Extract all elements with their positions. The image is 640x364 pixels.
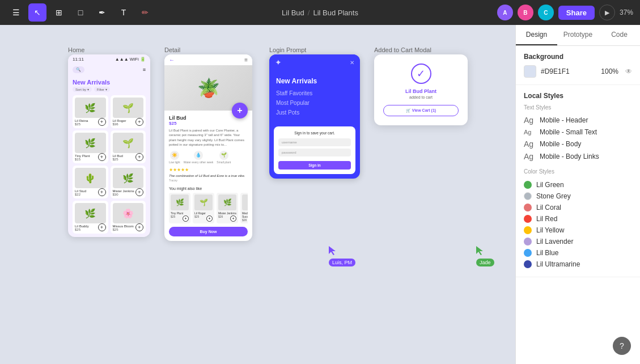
share-button[interactable]: Share xyxy=(558,6,595,20)
upsell-item[interactable]: 🌱 Lil Roger $25 + xyxy=(193,193,214,223)
back-icon[interactable]: ← xyxy=(169,57,175,63)
buy-now-button[interactable]: Buy Now xyxy=(169,227,248,236)
frame-tool[interactable]: ⊞ xyxy=(50,3,68,22)
breadcrumb-filename: Lil Bud xyxy=(282,9,304,17)
canvas[interactable]: Home 11:11 ▲▲▲ WiFi 🔋 🔍 ≡ New Arrivals S… xyxy=(0,25,515,364)
filter-chip[interactable]: Filter ▾ xyxy=(94,87,110,92)
color-lil-blue[interactable]: Lil Blue xyxy=(524,247,632,259)
plant-item[interactable]: 🌱 Lil Roger $36 + xyxy=(111,95,146,128)
upsell-add-btn[interactable]: + xyxy=(206,215,213,222)
detail-plant-price: $25 xyxy=(169,121,248,126)
tab-design[interactable]: Design xyxy=(516,25,557,45)
tab-code[interactable]: Code xyxy=(599,25,640,45)
text-styles-subtitle: Text Styles xyxy=(524,104,632,111)
bg-opacity[interactable]: 100% xyxy=(601,67,618,75)
tab-prototype[interactable]: Prototype xyxy=(557,25,599,45)
plant-item[interactable]: 🌸 Missus Bloom $25 + xyxy=(111,201,146,234)
upsell-item[interactable]: 🌵 Medium Succulent $26 + xyxy=(240,193,248,223)
username-field[interactable]: username xyxy=(278,138,351,146)
bg-color-hex[interactable]: #D9E1F1 xyxy=(541,67,570,75)
text-style-mobile-body[interactable]: Ag Mobile - Body xyxy=(524,138,632,150)
add-to-cart-btn[interactable]: + xyxy=(98,118,106,126)
text-style-mobile-header[interactable]: Ag Mobile - Header xyxy=(524,114,632,126)
add-to-cart-btn[interactable]: + xyxy=(135,153,143,161)
care-size: 🌱 Small plant xyxy=(217,151,231,164)
home-frame-label: Home xyxy=(68,46,84,53)
eye-icon[interactable]: 👁 xyxy=(625,67,632,75)
toolbar-right: A B C Share ▶ 37% xyxy=(497,5,633,20)
upsell-img: 🌿 xyxy=(171,194,189,210)
help-button[interactable]: ? xyxy=(613,337,631,355)
select-tool[interactable]: ↖ xyxy=(28,3,46,22)
color-stone-grey[interactable]: Stone Grey xyxy=(524,191,632,202)
detail-menu-icon[interactable]: ≡ xyxy=(244,57,248,63)
color-lil-red[interactable]: Lil Red xyxy=(524,213,632,225)
upsell-add-btn[interactable]: + xyxy=(183,215,189,222)
add-to-cart-btn[interactable]: + xyxy=(135,223,143,231)
login-menu-pots[interactable]: Just Pots xyxy=(276,108,353,117)
lil-lavender-label: Lil Lavender xyxy=(536,238,573,246)
lil-ultramarine-label: Lil Ultramarine xyxy=(536,260,580,268)
login-title: New Arrivals xyxy=(276,77,353,86)
plant-item[interactable]: 🌱 Lil Bud $25 + xyxy=(111,130,146,163)
style-name-header: Mobile - Header xyxy=(540,116,588,124)
plant-grid: 🌿 Lil Reina $25 + 🌱 Lil Roger $36 + 🌿 Ti… xyxy=(73,95,146,234)
breadcrumb-project[interactable]: Lil Bud Plants xyxy=(313,9,358,17)
add-to-cart-btn[interactable]: + xyxy=(135,188,143,196)
style-name-body-links: Mobile - Body Links xyxy=(540,153,599,160)
zoom-level[interactable]: 37% xyxy=(620,9,633,16)
plant-item[interactable]: 🌿 Lil Reina $25 + xyxy=(73,95,108,128)
pen-tool[interactable]: ✒ xyxy=(93,3,111,22)
color-lil-yellow[interactable]: Lil Yellow xyxy=(524,225,632,236)
color-lil-ultramarine[interactable]: Lil Ultramarine xyxy=(524,259,632,270)
sort-chip[interactable]: Sort by ▾ xyxy=(73,87,92,92)
ag-icon-body-links: Ag xyxy=(524,152,535,161)
text-style-mobile-small[interactable]: Ag Mobile - Small Text xyxy=(524,126,632,138)
color-lil-coral[interactable]: Lil Coral xyxy=(524,202,632,213)
text-tool[interactable]: T xyxy=(115,3,133,22)
text-style-mobile-body-links[interactable]: Ag Mobile - Body Links xyxy=(524,150,632,163)
home-menu-icon[interactable]: ≡ xyxy=(143,67,146,73)
password-field[interactable]: password xyxy=(278,149,351,156)
add-to-cart-btn[interactable]: + xyxy=(98,153,106,161)
shape-tool[interactable]: □ xyxy=(71,3,90,22)
star-rating: ★★★★★ xyxy=(169,167,248,172)
color-lil-green[interactable]: Lil Green xyxy=(524,179,632,191)
signin-button[interactable]: Sign in xyxy=(278,161,351,170)
plant-img: 🌸 xyxy=(113,203,144,223)
view-cart-button[interactable]: 🛒 View Cart (1) xyxy=(383,105,459,116)
upsell-item[interactable]: 🌿 Tiny Plant $25 + xyxy=(169,193,190,223)
bg-color-swatch[interactable] xyxy=(524,65,536,78)
pencil-tool[interactable]: ✏ xyxy=(136,3,154,22)
color-lil-lavender[interactable]: Lil Lavender xyxy=(524,236,632,247)
home-status-bar: 11:11 ▲▲▲ WiFi 🔋 xyxy=(68,54,150,64)
home-search[interactable]: 🔍 xyxy=(73,66,84,73)
plant-img: 🌱 xyxy=(113,98,144,118)
fab-add-button[interactable]: + xyxy=(232,103,248,118)
background-section: Background #D9E1F1 100% 👁 xyxy=(516,46,640,85)
avatar-1: A xyxy=(497,5,513,20)
ag-icon-body: Ag xyxy=(524,139,535,149)
add-to-cart-btn[interactable]: + xyxy=(98,223,106,231)
plant-item[interactable]: 🌿 Mister Jenkins $30 + xyxy=(111,166,146,198)
cursor-label-luis: Luis, PM xyxy=(329,259,355,266)
lil-coral-swatch xyxy=(524,204,532,211)
plant-img: 🌿 xyxy=(113,168,144,188)
play-button[interactable]: ▶ xyxy=(599,5,615,20)
upsell-add-btn[interactable]: + xyxy=(230,215,236,222)
login-sign-in-prompt: Sign in to save your cart. xyxy=(278,131,351,135)
upsell-item[interactable]: 🌿 Mister Jenkins $26 + xyxy=(217,193,238,223)
add-to-cart-btn[interactable]: + xyxy=(135,118,143,126)
menu-icon[interactable]: ☰ xyxy=(7,3,25,22)
add-to-cart-btn[interactable]: + xyxy=(98,188,106,196)
ag-icon-small: Ag xyxy=(524,129,535,136)
login-menu-popular[interactable]: Most Popular xyxy=(276,98,353,108)
plant-item[interactable]: 🌵 Lil Stud $22 + xyxy=(73,166,108,198)
login-close-icon[interactable]: ✕ xyxy=(350,60,354,66)
plant-item[interactable]: 🌿 Tiny Plant $15 + xyxy=(73,130,108,163)
login-menu-staff[interactable]: Staff Favorites xyxy=(276,88,353,98)
plant-item[interactable]: 🌿 Lil Buddy $25 + xyxy=(73,201,108,234)
toolbar-left: ☰ ↖ ⊞ □ ✒ T ✏ xyxy=(7,3,154,22)
review-text: The combination of Lil Bud and Eore is a… xyxy=(169,174,248,177)
cart-added-text: added to cart xyxy=(383,95,459,99)
